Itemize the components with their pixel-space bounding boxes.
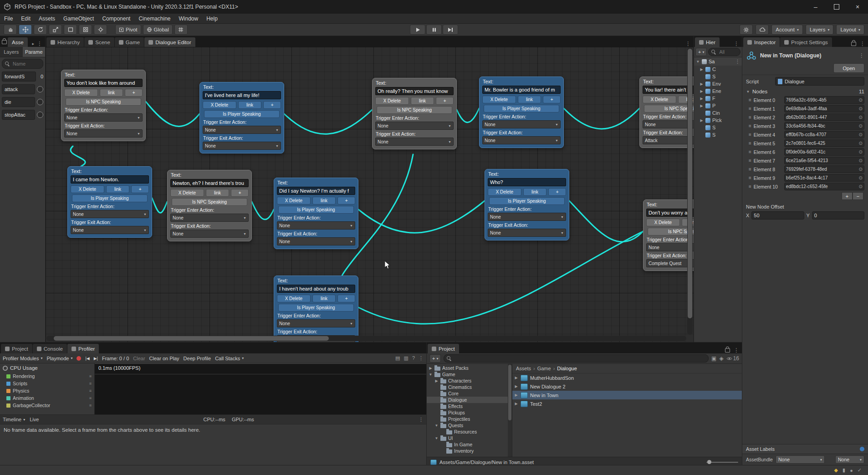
drag-handle-icon[interactable]: ≡	[749, 149, 751, 154]
trigger-enter-dropdown[interactable]: None▼	[64, 113, 143, 122]
object-picker-icon[interactable]: ⊙	[859, 123, 863, 128]
menu-file[interactable]: File	[0, 14, 17, 23]
legend-drag-handle-icon[interactable]: ≡	[89, 374, 92, 378]
drag-handle-icon[interactable]: ≡	[749, 141, 751, 146]
node-add-button[interactable]: +	[436, 97, 454, 105]
menu-cinemachine[interactable]: Cinemachine	[134, 14, 174, 23]
element-guid-field[interactable]: 2c7e0801-fec6-425 ⊙	[784, 139, 864, 147]
step-button[interactable]	[443, 25, 458, 35]
trigger-exit-dropdown[interactable]: None▼	[482, 136, 561, 144]
node-link-button[interactable]: link	[100, 89, 123, 97]
folder-asset-packs[interactable]: ▶ Asset Packs	[427, 365, 508, 371]
node-text-input[interactable]	[203, 91, 281, 99]
inspector-lock-icon[interactable]	[851, 42, 856, 46]
object-picker-icon[interactable]: ⊙	[859, 175, 863, 180]
expand-arrow-icon[interactable]: ▶	[514, 393, 518, 397]
clear-on-play-toggle[interactable]: Clear on Play	[149, 356, 179, 361]
project-menu-icon[interactable]: ⋮	[734, 347, 739, 353]
project-search-input[interactable]	[454, 355, 705, 362]
trigger-exit-dropdown[interactable]: None▼	[64, 129, 143, 138]
search-by-label-icon[interactable]: ◈	[719, 355, 723, 362]
trigger-enter-dropdown[interactable]: None▼	[488, 213, 566, 221]
folder-quests[interactable]: ▼ Quests	[427, 422, 508, 429]
trigger-enter-dropdown[interactable]: None▼	[482, 120, 561, 128]
node-speaker-toggle[interactable]: Is NPC Speaking	[66, 98, 141, 106]
dialogue-node-2[interactable]: Text: X Delete link + Is NPC Speaking Tr…	[372, 78, 457, 149]
hand-tool-button[interactable]	[4, 25, 17, 35]
legend-animation[interactable]: Animation ≡	[0, 394, 94, 402]
menu-gameobject[interactable]: GameObject	[59, 14, 98, 23]
lock-icon[interactable]	[2, 40, 7, 44]
asset-mutherhubbardson[interactable]: ▶ MutherHubbardSon	[512, 373, 742, 382]
thumbnail-size-slider[interactable]	[706, 462, 738, 463]
load-profile-icon[interactable]: ▤	[395, 355, 400, 361]
hierarchy-item-p[interactable]: ▶ P	[694, 102, 742, 109]
object-picker-icon[interactable]: ⊙	[859, 158, 863, 163]
hierarchy-item-ene[interactable]: ▶ Ene	[694, 87, 742, 95]
collab-status-icon[interactable]: ◆	[834, 467, 838, 473]
profiler-modules-dropdown[interactable]: Profiler Modules▾	[3, 356, 43, 361]
cache-server-icon[interactable]: ▮	[842, 467, 845, 473]
node-link-button[interactable]: link	[206, 189, 230, 197]
expand-arrow-icon[interactable]: ▼	[434, 424, 439, 428]
folder-game[interactable]: ▼ Game	[427, 371, 508, 378]
expand-arrow-icon[interactable]: ▶	[700, 97, 704, 101]
node-link-button[interactable]: link	[518, 96, 541, 103]
next-frame-button[interactable]: ▶|	[94, 356, 98, 361]
hierarchy-menu-icon[interactable]: ⋮	[734, 41, 739, 47]
trigger-radio[interactable]	[37, 112, 43, 118]
dialogue-node-8[interactable]: Text: X Delete link + Is Player Speaking…	[485, 169, 569, 240]
trigger-exit-dropdown[interactable]: None▼	[170, 230, 249, 238]
save-profile-icon[interactable]: ▥	[403, 355, 408, 361]
trigger-exit-dropdown[interactable]: None▼	[375, 138, 454, 146]
parameter-row[interactable]: stopAttac	[2, 110, 43, 120]
asset-new-in-town[interactable]: ▶ New in Town	[512, 391, 742, 399]
call-stacks-dropdown[interactable]: Call Stacks▾	[215, 356, 244, 361]
folder-pickups[interactable]: Pickups	[427, 409, 508, 416]
tab-layers[interactable]: Layers	[0, 47, 23, 57]
dialogue-node-10[interactable]: Text: X Delete link + Is Player Speaking…	[274, 276, 358, 342]
rect-tool-button[interactable]	[64, 25, 77, 35]
dialogue-node-5[interactable]: Text: X Delete link + Is Player Speaking…	[67, 166, 152, 238]
dialogue-node-9[interactable]: Text: X Delete link + Is NPC Speaking Tr…	[643, 199, 694, 271]
folder-inventory[interactable]: Inventory	[427, 448, 508, 454]
object-picker-icon[interactable]: ⊙	[859, 167, 863, 172]
legend-drag-handle-icon[interactable]: ≡	[89, 396, 92, 400]
chevron-right-icon[interactable]: ▸	[32, 41, 34, 46]
legend-drag-handle-icon[interactable]: ≡	[89, 381, 92, 386]
hierarchy-item-env[interactable]: ▶ Env	[694, 80, 742, 87]
object-picker-icon[interactable]: ⊙	[859, 132, 863, 137]
node-add-button[interactable]: +	[548, 188, 566, 196]
element-guid-field[interactable]: 7695a32c-699c-4b5 ⊙	[784, 96, 864, 104]
drag-handle-icon[interactable]: ≡	[749, 97, 751, 102]
parameter-value[interactable]: 0	[38, 74, 43, 79]
node-delete-button[interactable]: X Delete	[488, 188, 521, 196]
node-delete-button[interactable]: X Delete	[64, 89, 98, 97]
layers-dropdown[interactable]: Layers▾	[806, 25, 834, 35]
foldout-arrow-icon[interactable]: ▼	[696, 60, 700, 64]
layout-dropdown[interactable]: Layout▾	[836, 25, 864, 35]
drag-handle-icon[interactable]: ≡	[749, 106, 751, 111]
parameter-row[interactable]: forwardS 0	[2, 72, 43, 82]
asset-test2[interactable]: ▶ Test2	[512, 399, 742, 408]
dialogue-node-7[interactable]: Text: X Delete link + Is Player Speaking…	[274, 178, 358, 249]
tab-project[interactable]: Project	[1, 344, 32, 353]
drag-handle-icon[interactable]: ≡	[749, 184, 751, 189]
node-delete-button[interactable]: X Delete	[277, 197, 311, 204]
activity-button[interactable]	[740, 25, 753, 35]
tab-profiler[interactable]: Profiler	[67, 344, 99, 353]
element-guid-field[interactable]: 33c6a456-fb34-4bc ⊙	[784, 122, 864, 130]
element-guid-field[interactable]: ed8bdc12-c652-45fe ⊙	[784, 183, 864, 190]
node-speaker-toggle[interactable]: Is Player Speaking	[72, 194, 147, 202]
trigger-enter-dropdown[interactable]: None▼	[277, 221, 355, 230]
timeline-mode-dropdown[interactable]: Timeline▾	[3, 417, 25, 422]
timeline-menu-icon[interactable]: ⋮	[419, 417, 424, 423]
legend-physics[interactable]: Physics ≡	[0, 387, 94, 394]
trigger-enter-dropdown[interactable]: None▼	[71, 210, 149, 218]
asset-new-dialogue-2[interactable]: ▶ New Dialogue 2	[512, 382, 742, 391]
cpu-chart[interactable]: 0.1ms (10000FPS)	[95, 363, 426, 414]
object-picker-icon[interactable]: ⊙	[859, 141, 863, 146]
drag-handle-icon[interactable]: ≡	[749, 132, 751, 137]
trigger-exit-dropdown[interactable]: None▼	[71, 226, 149, 234]
breadcrumb-game[interactable]: Game	[537, 366, 551, 371]
